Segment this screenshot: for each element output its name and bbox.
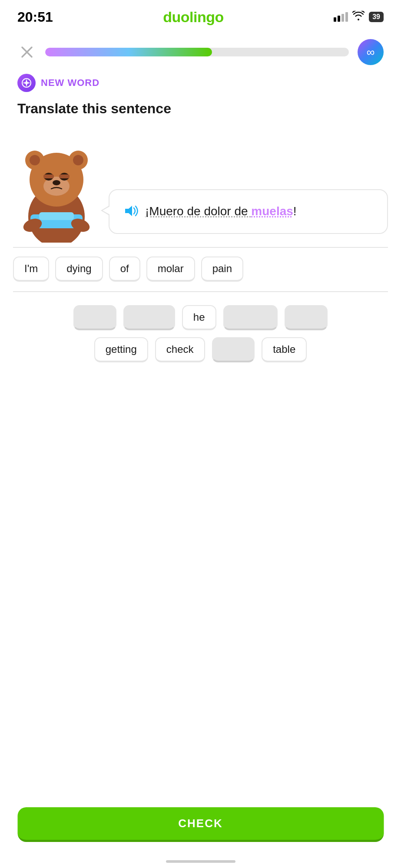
svg-marker-19 [125, 206, 132, 216]
bubble-text-part1: ¡Muero de dolor de [145, 204, 251, 218]
progress-bar-fill [45, 48, 212, 56]
close-icon [20, 45, 34, 59]
check-button[interactable]: CHECK [17, 807, 384, 842]
selected-word-of[interactable]: of [109, 256, 140, 282]
bear-svg [13, 130, 100, 243]
selected-word-pain[interactable]: pain [201, 256, 243, 282]
word-bank-row-1: he [13, 305, 388, 330]
bubble-text-highlight: muelas [251, 204, 293, 218]
svg-rect-12 [43, 174, 54, 178]
instruction-text: Translate this sentence [17, 101, 171, 116]
bubble-text-part2: ! [293, 204, 297, 218]
selected-words-area[interactable]: I'm dying of molar pain [0, 248, 401, 291]
new-word-label: NEW WORD [41, 77, 99, 89]
word-chip-used-2 [123, 305, 175, 330]
battery-icon: 39 [369, 12, 384, 22]
progress-bar [45, 48, 349, 56]
word-bank-row-2: getting check table [13, 337, 388, 362]
toolbar: ∞ [0, 30, 401, 74]
word-chip-check[interactable]: check [155, 337, 205, 362]
bear-character [13, 130, 100, 243]
wifi-icon [352, 11, 365, 23]
word-chip-used-4 [285, 305, 328, 330]
selected-word-molar[interactable]: molar [146, 256, 195, 282]
word-bank-options: he getting check table [0, 292, 401, 375]
word-chip-used-1 [73, 305, 116, 330]
bubble-text: ¡Muero de dolor de muelas! [145, 202, 297, 220]
signal-icon [334, 12, 348, 22]
instruction-area: Translate this sentence [0, 96, 401, 125]
svg-rect-13 [59, 174, 70, 178]
selected-word-im[interactable]: I'm [13, 256, 49, 282]
speech-bubble: ¡Muero de dolor de muelas! [109, 189, 388, 234]
status-bar: 20:51 duolingo 39 [0, 0, 401, 30]
new-word-badge: NEW WORD [0, 74, 401, 92]
heart-button[interactable]: ∞ [358, 39, 384, 65]
infinity-icon: ∞ [367, 46, 375, 59]
home-indicator [166, 860, 235, 863]
speaker-icon[interactable] [123, 204, 138, 221]
status-icons: 39 [334, 11, 384, 23]
svg-point-6 [30, 155, 40, 165]
svg-rect-16 [39, 212, 74, 220]
selected-word-dying[interactable]: dying [55, 256, 103, 282]
word-chip-used-5 [212, 337, 255, 362]
word-chip-getting[interactable]: getting [94, 337, 148, 362]
sparkle-icon [21, 77, 32, 89]
word-chip-used-3 [223, 305, 278, 330]
badge-icon [17, 74, 36, 92]
status-time: 20:51 [17, 9, 53, 25]
word-chip-he[interactable]: he [182, 305, 216, 330]
svg-point-8 [73, 155, 83, 165]
svg-point-14 [53, 180, 60, 185]
close-button[interactable] [17, 43, 36, 62]
app-name: duolingo [163, 9, 224, 26]
character-area: ¡Muero de dolor de muelas! [0, 125, 401, 247]
check-button-area[interactable]: CHECK [17, 807, 384, 842]
word-chip-table[interactable]: table [262, 337, 307, 362]
